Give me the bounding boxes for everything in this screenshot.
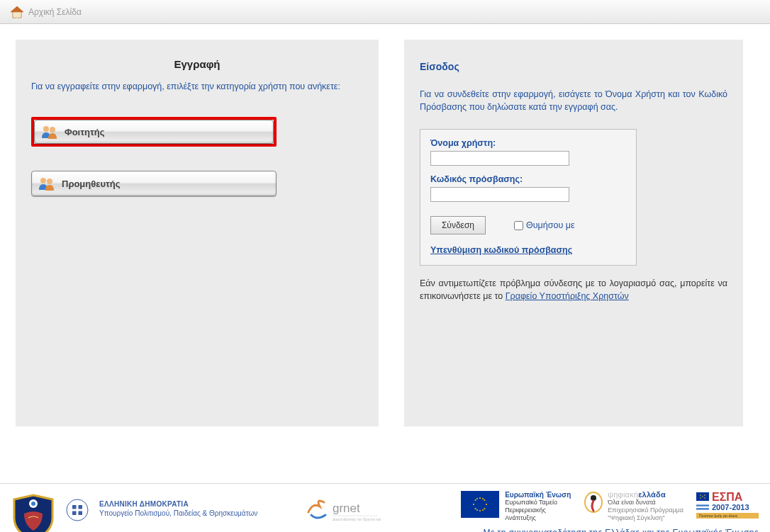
svg-point-3 [43,126,49,132]
role-supplier-button[interactable]: Προμηθευτής [31,171,277,196]
password-label: Κωδικός πρόσβασης: [430,174,626,184]
svg-point-20 [486,504,487,505]
svg-text:Ποιότητα ζωής για όλους: Ποιότητα ζωής για όλους [699,514,738,519]
role-student-wrap: Φοιτητής [31,117,277,147]
svg-text:2007-2013: 2007-2013 [712,503,749,511]
svg-point-26 [482,498,484,499]
problem-text: Εάν αντιμετωπίζετε πρόβλημα σύνδεσης με … [420,277,727,302]
eu-sub3: Ανάπτυξης [505,514,571,522]
digital-a: ψηφιακή [608,490,638,499]
role-supplier-label: Προμηθευτής [62,179,121,189]
svg-point-28 [482,509,484,511]
svg-point-33 [700,494,701,496]
forgot-password-link[interactable]: Υπενθύμιση κωδικού πρόσβασης [430,245,572,255]
role-supplier-wrap: Προμηθευτής [31,171,277,200]
svg-point-35 [700,497,701,499]
svg-point-18 [479,510,481,511]
eu-logo: Ευρωπαϊκή Ένωση Ευρωπαϊκό Ταμείο Περιφερ… [461,491,571,522]
svg-point-17 [479,497,481,499]
username-input[interactable] [430,151,569,166]
password-input[interactable] [430,187,569,202]
svg-point-8 [31,502,35,506]
shield-icon [11,494,55,532]
connect-button[interactable]: Σύνδεση [430,216,486,234]
svg-rect-1 [13,12,21,18]
support-link[interactable]: Γραφείο Υποστήριξης Χρηστών [506,291,629,301]
registration-subtitle: Για να εγγραφείτε στην εφαρμογή, επιλέξτ… [31,81,363,91]
svg-point-32 [702,496,703,497]
digital-sub1: Όλα είναι δυνατά [608,499,683,506]
role-student-button[interactable]: Φοιτητής [34,120,274,144]
svg-text:Διασυνδέοντας την Έρευνα και τ: Διασυνδέοντας την Έρευνα και την Εκπαίδε… [333,517,381,521]
digital-sub3: "Ψηφιακή Σύγκλιση" [608,514,683,522]
topbar: Αρχική Σελίδα [0,0,770,24]
svg-rect-39 [696,503,709,504]
svg-point-34 [704,494,705,496]
login-action-row: Σύνδεση Θυμήσου με [430,216,626,234]
coat-of-arms-icon [65,498,89,524]
home-label: Αρχική Σελίδα [28,7,82,17]
cofinance-line: Με τη συγχρηματοδότηση της Ελλάδας και τ… [418,528,759,532]
svg-text:ΕΣΠΑ: ΕΣΠΑ [712,491,743,503]
footer-right: Ευρωπαϊκή Ένωση Ευρωπαϊκό Ταμείο Περιφερ… [418,491,759,532]
role-student-label: Φοιτητής [65,127,104,137]
users-icon [38,176,56,191]
users-icon [40,124,59,140]
login-title: Είσοδος [420,61,727,72]
svg-rect-12 [72,509,82,511]
svg-marker-2 [11,6,23,12]
gov-line1: ΕΛΛΗΝΙΚΗ ΔΗΜΟΚΡΑΤΙΑ [99,499,257,509]
digital-b: ελλάδα [638,490,666,499]
username-label: Όνομα χρήστη: [430,138,626,148]
svg-point-23 [475,508,476,509]
svg-point-25 [476,498,478,499]
home-link[interactable]: Αρχική Σελίδα [10,6,82,18]
government-text: ΕΛΛΗΝΙΚΗ ΔΗΜΟΚΡΑΤΙΑ Υπουργείο Πολιτισμού… [99,499,257,518]
registration-title: Εγγραφή [31,54,363,81]
login-panel: Είσοδος Για να συνδεθείτε στην εφαρμογή,… [404,40,743,426]
svg-point-24 [484,508,486,509]
svg-point-36 [704,497,705,499]
login-box: Όνομα χρήστη: Κωδικός πρόσβασης: Σύνδεση… [420,129,637,266]
registration-panel: Εγγραφή Για να εγγραφείτε στην εφαρμογή,… [16,40,379,426]
swirl-icon [584,491,603,522]
svg-point-19 [473,504,474,505]
grnet-logo: grnet Διασυνδέοντας την Έρευνα και την Ε… [303,497,381,527]
espa-logo: ΕΣΠΑ 2007-2013 Ποιότητα ζωής για όλους [696,491,759,521]
footer: ΕΛΛΗΝΙΚΗ ΔΗΜΟΚΡΑΤΙΑ Υπουργείο Πολιτισμού… [0,483,770,532]
gov-line2: Υπουργείο Πολιτισμού, Παιδείας & Θρησκευ… [99,509,257,518]
main-area: Εγγραφή Για να εγγραφείτε στην εφαρμογή,… [0,24,770,483]
svg-point-4 [50,127,55,132]
eu-sub1: Ευρωπαϊκό Ταμείο [505,499,571,506]
svg-rect-41 [696,510,709,511]
svg-point-27 [476,509,478,511]
eu-flag-icon [461,491,499,518]
svg-text:grnet: grnet [333,502,360,515]
svg-point-22 [484,499,486,501]
home-icon [10,6,24,18]
eu-sub2: Περιφερειακής [505,506,571,514]
eu-title: Ευρωπαϊκή Ένωση [505,491,571,499]
svg-point-6 [47,179,52,184]
remember-checkbox[interactable] [514,221,523,230]
digital-sub2: Επιχειρησιακό Πρόγραμμα [608,506,683,514]
remember-label: Θυμήσου με [526,220,574,230]
digital-greece-logo: ψηφιακήελλάδα Όλα είναι δυνατά Επιχειρησ… [584,491,683,522]
svg-rect-40 [696,506,709,508]
svg-point-5 [40,178,46,183]
svg-point-21 [475,499,476,501]
remember-me: Θυμήσου με [514,220,574,230]
login-subtitle: Για να συνδεθείτε στην εφαρμογή, εισάγετ… [420,88,727,113]
